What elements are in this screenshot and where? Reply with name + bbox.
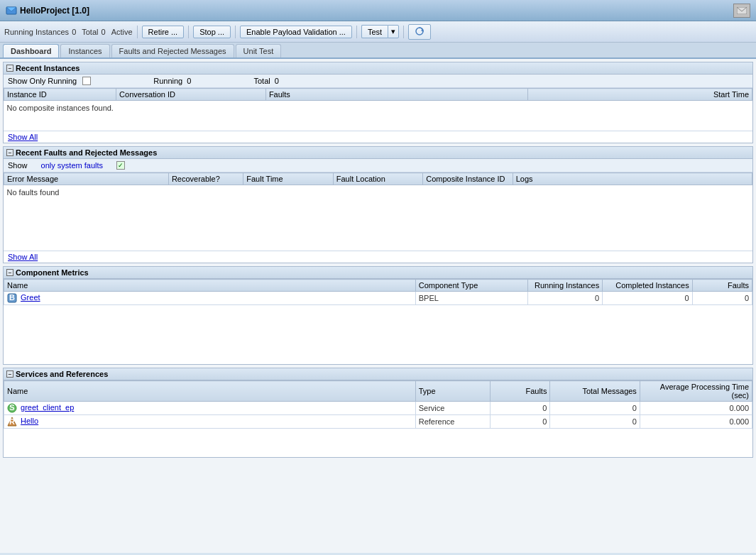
service-type-cell: Service	[415, 402, 490, 415]
collapse-services-icon[interactable]: −	[6, 370, 13, 378]
metrics-empty-space	[4, 322, 752, 364]
hello-link[interactable]: Hello	[21, 417, 38, 425]
reference-type-cell: Reference	[415, 415, 490, 429]
separator-4	[356, 26, 357, 38]
tab-dashboard[interactable]: Dashboard	[3, 44, 59, 57]
app-icon	[6, 5, 17, 16]
col-fault-location: Fault Location	[333, 173, 422, 185]
window-title: HelloProject [1.0]	[20, 6, 733, 16]
service-icon: S	[7, 403, 17, 413]
col-svc-avg-time: Average Processing Time (sec)	[640, 381, 752, 402]
faults-show-all-link[interactable]: Show All	[8, 253, 38, 261]
col-svc-type: Type	[415, 381, 490, 402]
metrics-table: Name Component Type Running Instances Co…	[4, 279, 752, 305]
greet-client-ep-link[interactable]: greet_client_ep	[21, 403, 74, 412]
envelope-button[interactable]	[733, 4, 750, 18]
table-row: S greet_client_ep Service 0 0 0.000	[4, 402, 752, 415]
instances-show-all-row: Show All	[4, 131, 752, 143]
tab-bar: Dashboard Instances Faults and Rejected …	[0, 43, 756, 59]
collapse-instances-icon[interactable]: −	[6, 65, 13, 72]
envelope-icon	[737, 7, 747, 14]
toolbar: Running Instances 0 Total 0 Active Retir…	[0, 21, 756, 43]
enable-payload-button[interactable]: Enable Payload Validation ...	[240, 26, 352, 38]
metric-name-cell: B Greet	[4, 292, 416, 305]
greet-link[interactable]: Greet	[21, 293, 40, 302]
col-composite-instance: Composite Instance ID	[423, 173, 513, 185]
col-logs: Logs	[513, 173, 752, 185]
table-row: B Greet BPEL 0 0 0	[4, 292, 752, 305]
faults-table: Error Message Recoverable? Fault Time Fa…	[4, 172, 752, 199]
test-dropdown: Test ▾	[361, 25, 399, 38]
total-stat-label: Total 0	[253, 77, 279, 85]
col-instance-id: Instance ID	[4, 89, 116, 101]
recent-instances-header: − Recent Instances	[4, 62, 752, 75]
component-metrics-title: Component Metrics	[16, 268, 89, 277]
only-system-faults-checkbox[interactable]	[116, 161, 125, 170]
faults-filter-row: Show only system faults	[4, 159, 752, 172]
col-faults: Faults	[265, 89, 527, 101]
show-only-running-checkbox[interactable]	[82, 77, 91, 85]
separator-2	[188, 26, 189, 38]
faults-table-container: Error Message Recoverable? Fault Time Fa…	[4, 172, 752, 215]
collapse-faults-icon[interactable]: −	[6, 149, 13, 156]
service-total-cell: 0	[550, 402, 640, 415]
table-row: R Hello Reference 0 0 0.000	[4, 415, 752, 429]
running-stat-label: Running 0	[153, 77, 191, 85]
col-start-time: Start Time	[527, 89, 752, 101]
refresh-icon	[415, 26, 424, 36]
col-svc-name: Name	[4, 381, 416, 402]
col-svc-total: Total Messages	[550, 381, 640, 402]
tab-faults[interactable]: Faults and Rejected Messages	[111, 44, 234, 57]
test-dropdown-arrow[interactable]: ▾	[388, 25, 399, 38]
faults-empty-space	[4, 215, 752, 251]
services-references-title: Services and References	[16, 370, 108, 378]
retire-button[interactable]: Retire ...	[142, 26, 185, 38]
col-svc-faults: Faults	[491, 381, 550, 402]
recent-instances-section: − Recent Instances Show Only Running Run…	[3, 62, 753, 143]
svg-text:R: R	[9, 417, 15, 426]
service-faults-cell: 0	[491, 402, 550, 415]
col-faults: Faults	[692, 280, 752, 292]
col-name: Name	[4, 280, 416, 292]
col-fault-time: Fault Time	[243, 173, 333, 185]
collapse-metrics-icon[interactable]: −	[6, 269, 13, 276]
refresh-button[interactable]	[408, 24, 431, 40]
col-error-message: Error Message	[4, 173, 169, 185]
faults-show-all-row: Show All	[4, 251, 752, 263]
metric-completed-cell: 0	[603, 292, 692, 305]
recent-faults-header: − Recent Faults and Rejected Messages	[4, 147, 752, 159]
stop-button[interactable]: Stop ...	[193, 26, 231, 38]
component-metrics-section: − Component Metrics Name Component Type …	[3, 266, 753, 365]
separator-5	[403, 26, 404, 38]
col-conversation-id: Conversation ID	[116, 89, 266, 101]
title-bar: HelloProject [1.0]	[0, 0, 756, 21]
only-system-faults-label: only system faults	[41, 161, 103, 170]
svg-text:B: B	[9, 293, 15, 302]
services-table: Name Type Faults Total Messages Average …	[4, 380, 752, 429]
recent-instances-title: Recent Instances	[16, 64, 80, 72]
metric-faults-cell: 0	[692, 292, 752, 305]
instances-no-data-message: No composite instances found.	[4, 101, 752, 116]
service-name-cell: S greet_client_ep	[4, 402, 416, 415]
instances-no-data-row: No composite instances found.	[4, 101, 752, 116]
show-faults-label: Show	[8, 161, 28, 170]
svg-text:S: S	[9, 403, 14, 412]
recent-faults-title: Recent Faults and Rejected Messages	[16, 148, 157, 157]
instances-show-all-link[interactable]: Show All	[8, 133, 38, 141]
faults-no-data-message: No faults found	[4, 185, 752, 200]
main-content: − Recent Instances Show Only Running Run…	[0, 59, 756, 553]
instances-table: Instance ID Conversation ID Faults Start…	[4, 88, 752, 115]
recent-faults-section: − Recent Faults and Rejected Messages Sh…	[3, 146, 753, 263]
col-recoverable: Recoverable?	[168, 173, 243, 185]
tab-instances[interactable]: Instances	[60, 44, 109, 57]
show-only-running-label: Show Only Running	[8, 77, 77, 85]
tab-unittest[interactable]: Unit Test	[236, 44, 282, 57]
col-running-instances: Running Instances	[527, 280, 602, 292]
reference-total-cell: 0	[550, 415, 640, 429]
service-avg-cell: 0.000	[640, 402, 752, 415]
test-button[interactable]: Test	[361, 25, 388, 38]
reference-avg-cell: 0.000	[640, 415, 752, 429]
services-references-section: − Services and References Name Type Faul…	[3, 368, 753, 458]
reference-icon: R	[7, 417, 17, 427]
separator-1	[137, 26, 138, 38]
